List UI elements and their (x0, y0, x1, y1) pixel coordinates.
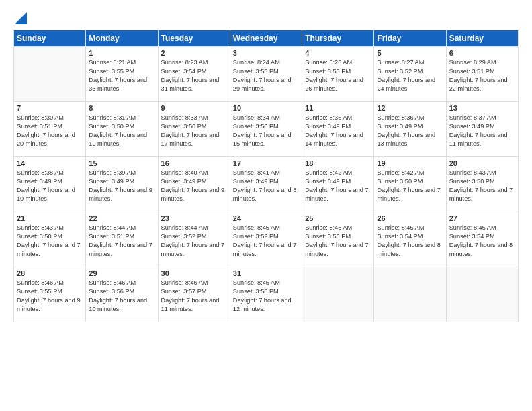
calendar-cell: 31Sunrise: 8:45 AM Sunset: 3:58 PM Dayli… (230, 267, 302, 322)
calendar-cell: 14Sunrise: 8:38 AM Sunset: 3:49 PM Dayli… (14, 157, 86, 212)
calendar-cell: 16Sunrise: 8:40 AM Sunset: 3:49 PM Dayli… (158, 157, 230, 212)
calendar-cell (14, 47, 86, 102)
calendar-header-monday: Monday (86, 30, 158, 47)
calendar-cell: 6Sunrise: 8:29 AM Sunset: 3:51 PM Daylig… (446, 47, 518, 102)
calendar-cell: 28Sunrise: 8:46 AM Sunset: 3:55 PM Dayli… (14, 267, 86, 322)
day-info: Sunrise: 8:42 AM Sunset: 3:50 PM Dayligh… (377, 169, 443, 203)
day-number: 22 (89, 214, 154, 222)
calendar-header-wednesday: Wednesday (230, 30, 302, 47)
calendar-cell: 21Sunrise: 8:43 AM Sunset: 3:50 PM Dayli… (14, 212, 86, 267)
day-info: Sunrise: 8:27 AM Sunset: 3:52 PM Dayligh… (377, 58, 443, 93)
day-info: Sunrise: 8:46 AM Sunset: 3:56 PM Dayligh… (89, 279, 154, 314)
calendar-cell: 9Sunrise: 8:33 AM Sunset: 3:50 PM Daylig… (158, 102, 230, 157)
calendar-cell (302, 267, 374, 322)
day-info: Sunrise: 8:45 AM Sunset: 3:54 PM Dayligh… (449, 224, 515, 259)
day-number: 6 (449, 49, 515, 57)
day-number: 23 (161, 214, 227, 222)
calendar-cell: 29Sunrise: 8:46 AM Sunset: 3:56 PM Dayli… (86, 267, 158, 322)
calendar-header-row: SundayMondayTuesdayWednesdayThursdayFrid… (14, 30, 519, 47)
day-number: 30 (161, 269, 227, 277)
day-info: Sunrise: 8:40 AM Sunset: 3:49 PM Dayligh… (161, 169, 227, 203)
calendar-cell: 13Sunrise: 8:37 AM Sunset: 3:49 PM Dayli… (446, 102, 518, 157)
day-number: 2 (161, 49, 227, 57)
day-number: 9 (161, 104, 227, 112)
calendar-cell: 12Sunrise: 8:36 AM Sunset: 3:49 PM Dayli… (374, 102, 446, 157)
logo-icon (15, 12, 27, 24)
day-info: Sunrise: 8:34 AM Sunset: 3:50 PM Dayligh… (233, 113, 299, 148)
calendar-week-3: 21Sunrise: 8:43 AM Sunset: 3:50 PM Dayli… (14, 212, 519, 267)
day-info: Sunrise: 8:44 AM Sunset: 3:51 PM Dayligh… (89, 224, 154, 259)
day-info: Sunrise: 8:41 AM Sunset: 3:49 PM Dayligh… (233, 169, 299, 203)
calendar-week-0: 1Sunrise: 8:21 AM Sunset: 3:55 PM Daylig… (14, 47, 519, 102)
day-info: Sunrise: 8:29 AM Sunset: 3:51 PM Dayligh… (449, 58, 515, 93)
day-info: Sunrise: 8:30 AM Sunset: 3:51 PM Dayligh… (17, 113, 83, 148)
day-number: 20 (449, 159, 515, 167)
day-number: 4 (305, 49, 371, 57)
calendar-cell: 27Sunrise: 8:45 AM Sunset: 3:54 PM Dayli… (446, 212, 518, 267)
calendar-cell: 23Sunrise: 8:44 AM Sunset: 3:52 PM Dayli… (158, 212, 230, 267)
calendar-week-4: 28Sunrise: 8:46 AM Sunset: 3:55 PM Dayli… (14, 267, 519, 322)
day-number: 21 (17, 214, 83, 222)
day-number: 25 (305, 214, 371, 222)
calendar-cell: 2Sunrise: 8:23 AM Sunset: 3:54 PM Daylig… (158, 47, 230, 102)
day-number: 26 (377, 214, 443, 222)
calendar-cell: 17Sunrise: 8:41 AM Sunset: 3:49 PM Dayli… (230, 157, 302, 212)
day-number: 29 (89, 269, 154, 277)
day-number: 27 (449, 214, 515, 222)
page: SundayMondayTuesdayWednesdayThursdayFrid… (0, 0, 532, 411)
day-number: 24 (233, 214, 299, 222)
calendar-cell (374, 267, 446, 322)
day-number: 31 (233, 269, 299, 277)
day-info: Sunrise: 8:23 AM Sunset: 3:54 PM Dayligh… (161, 58, 227, 93)
day-info: Sunrise: 8:26 AM Sunset: 3:53 PM Dayligh… (305, 58, 371, 93)
calendar-cell: 26Sunrise: 8:45 AM Sunset: 3:54 PM Dayli… (374, 212, 446, 267)
calendar-cell: 19Sunrise: 8:42 AM Sunset: 3:50 PM Dayli… (374, 157, 446, 212)
day-info: Sunrise: 8:24 AM Sunset: 3:53 PM Dayligh… (233, 58, 299, 93)
calendar-header-thursday: Thursday (302, 30, 374, 47)
day-info: Sunrise: 8:45 AM Sunset: 3:54 PM Dayligh… (377, 224, 443, 259)
day-info: Sunrise: 8:43 AM Sunset: 3:50 PM Dayligh… (17, 224, 83, 259)
day-info: Sunrise: 8:35 AM Sunset: 3:49 PM Dayligh… (305, 113, 371, 148)
day-info: Sunrise: 8:37 AM Sunset: 3:49 PM Dayligh… (449, 113, 515, 148)
day-info: Sunrise: 8:46 AM Sunset: 3:57 PM Dayligh… (161, 279, 227, 314)
day-number: 11 (305, 104, 371, 112)
calendar-cell: 10Sunrise: 8:34 AM Sunset: 3:50 PM Dayli… (230, 102, 302, 157)
day-number: 17 (233, 159, 299, 167)
calendar-cell: 25Sunrise: 8:45 AM Sunset: 3:53 PM Dayli… (302, 212, 374, 267)
calendar-header-saturday: Saturday (446, 30, 518, 47)
day-info: Sunrise: 8:46 AM Sunset: 3:55 PM Dayligh… (17, 279, 83, 314)
day-info: Sunrise: 8:45 AM Sunset: 3:53 PM Dayligh… (305, 224, 371, 259)
day-number: 16 (161, 159, 227, 167)
calendar-cell: 3Sunrise: 8:24 AM Sunset: 3:53 PM Daylig… (230, 47, 302, 102)
day-number: 14 (17, 159, 83, 167)
logo (13, 12, 27, 24)
day-info: Sunrise: 8:42 AM Sunset: 3:49 PM Dayligh… (305, 169, 371, 203)
calendar-cell: 8Sunrise: 8:31 AM Sunset: 3:50 PM Daylig… (86, 102, 158, 157)
calendar-cell: 15Sunrise: 8:39 AM Sunset: 3:49 PM Dayli… (86, 157, 158, 212)
calendar-cell (446, 267, 518, 322)
calendar-cell: 7Sunrise: 8:30 AM Sunset: 3:51 PM Daylig… (14, 102, 86, 157)
day-number: 1 (89, 49, 154, 57)
calendar-header-friday: Friday (374, 30, 446, 47)
calendar-cell: 11Sunrise: 8:35 AM Sunset: 3:49 PM Dayli… (302, 102, 374, 157)
day-number: 28 (17, 269, 83, 277)
calendar-cell: 4Sunrise: 8:26 AM Sunset: 3:53 PM Daylig… (302, 47, 374, 102)
calendar-week-1: 7Sunrise: 8:30 AM Sunset: 3:51 PM Daylig… (14, 102, 519, 157)
day-number: 18 (305, 159, 371, 167)
day-number: 13 (449, 104, 515, 112)
calendar-table: SundayMondayTuesdayWednesdayThursdayFrid… (13, 30, 519, 322)
day-number: 3 (233, 49, 299, 57)
calendar-week-2: 14Sunrise: 8:38 AM Sunset: 3:49 PM Dayli… (14, 157, 519, 212)
day-info: Sunrise: 8:21 AM Sunset: 3:55 PM Dayligh… (89, 58, 154, 93)
day-number: 5 (377, 49, 443, 57)
day-info: Sunrise: 8:45 AM Sunset: 3:58 PM Dayligh… (233, 279, 299, 314)
day-number: 12 (377, 104, 443, 112)
day-info: Sunrise: 8:39 AM Sunset: 3:49 PM Dayligh… (89, 169, 154, 203)
calendar-cell: 30Sunrise: 8:46 AM Sunset: 3:57 PM Dayli… (158, 267, 230, 322)
calendar-header-sunday: Sunday (14, 30, 86, 47)
calendar-cell: 18Sunrise: 8:42 AM Sunset: 3:49 PM Dayli… (302, 157, 374, 212)
day-info: Sunrise: 8:38 AM Sunset: 3:49 PM Dayligh… (17, 169, 83, 203)
day-number: 10 (233, 104, 299, 112)
day-number: 8 (89, 104, 154, 112)
svg-marker-0 (15, 12, 27, 24)
